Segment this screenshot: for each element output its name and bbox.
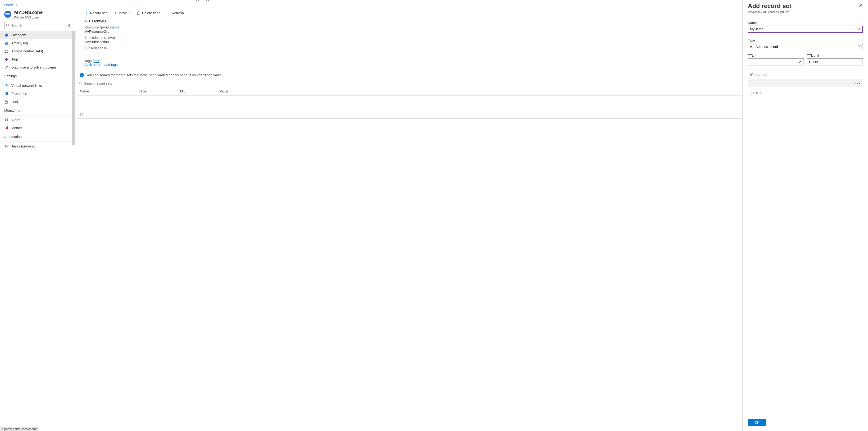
svg-line-29 bbox=[6, 146, 7, 147]
svg-rect-24 bbox=[7, 126, 8, 129]
wrench-icon bbox=[4, 65, 8, 69]
collapse-nav-button[interactable] bbox=[68, 24, 71, 27]
nav-heading-automation: Automation bbox=[0, 132, 76, 140]
resource-group-move-link[interactable]: move bbox=[111, 25, 119, 29]
ttl-label: TTL * bbox=[748, 54, 804, 57]
nav-label: Properties bbox=[11, 92, 27, 96]
tasks-icon bbox=[4, 144, 8, 148]
nav-heading-settings: Settings bbox=[0, 71, 76, 79]
essentials-heading: Essentials bbox=[89, 19, 106, 23]
add-tags-link[interactable]: Click here to add tags bbox=[84, 63, 118, 67]
nav-alerts[interactable]: Alerts bbox=[0, 116, 76, 124]
globe-icon bbox=[4, 33, 8, 37]
subscription-move-link[interactable]: move bbox=[105, 36, 114, 39]
add-record-set-blade: Add record set privatelink.azurehdinsigh… bbox=[742, 0, 868, 431]
svg-rect-21 bbox=[6, 120, 7, 121]
blade-subtitle: privatelink.azurehdinsight.net bbox=[748, 10, 792, 14]
nav-label: Activity log bbox=[11, 41, 28, 45]
header-name[interactable]: Name bbox=[77, 87, 136, 95]
more-icon[interactable]: ··· bbox=[215, 0, 218, 1]
toolbar-label: Refresh bbox=[172, 11, 184, 15]
nav-label: Metrics bbox=[11, 126, 23, 130]
divider bbox=[4, 115, 71, 116]
svg-rect-16 bbox=[6, 92, 7, 95]
nav-search-input[interactable] bbox=[4, 22, 66, 29]
svg-rect-22 bbox=[5, 128, 5, 129]
nav-diagnose[interactable]: Diagnose and solve problems bbox=[0, 63, 76, 71]
plus-icon bbox=[84, 11, 88, 15]
svg-line-39 bbox=[81, 84, 82, 85]
nav-label: Tasks (preview) bbox=[11, 144, 35, 148]
header-ttl[interactable]: TTL bbox=[177, 87, 217, 95]
log-icon bbox=[4, 41, 8, 45]
toolbar-label: Delete zone bbox=[142, 11, 160, 15]
resource-header-actions: ··· bbox=[196, 0, 218, 1]
info-text: You can search for record sets that have… bbox=[86, 73, 221, 77]
alerts-icon bbox=[4, 118, 8, 122]
arrow-right-icon bbox=[112, 11, 117, 15]
ttl-input[interactable] bbox=[748, 58, 804, 65]
refresh-icon bbox=[166, 11, 170, 15]
nav-label: Virtual network links bbox=[11, 84, 42, 88]
close-blade-button[interactable] bbox=[859, 2, 863, 7]
svg-line-1 bbox=[8, 26, 9, 27]
add-record-set-button[interactable]: Record set bbox=[84, 11, 106, 15]
tag-icon bbox=[4, 57, 8, 61]
nav-label: Diagnose and solve problems bbox=[11, 65, 57, 69]
ttl-unit-label: TTL unit bbox=[807, 54, 863, 57]
header-type[interactable]: Type bbox=[136, 87, 177, 95]
nav-overview[interactable]: Overview bbox=[0, 31, 76, 39]
svg-point-10 bbox=[7, 50, 8, 51]
nav-access-control[interactable]: Access control (IAM) bbox=[0, 47, 76, 55]
ip-address-input[interactable] bbox=[751, 90, 856, 96]
ttl-unit-select[interactable]: Hours bbox=[807, 58, 863, 65]
more-icon[interactable]: ••• bbox=[855, 81, 860, 85]
status-url: s.portal.azure.com/#home bbox=[0, 427, 39, 431]
svg-rect-25 bbox=[5, 145, 6, 146]
check-icon bbox=[798, 60, 802, 64]
people-icon bbox=[4, 49, 8, 53]
svg-rect-17 bbox=[7, 92, 8, 95]
toolbar-label: Move bbox=[119, 11, 127, 15]
nav-virtual-network-links[interactable]: Virtual network links bbox=[0, 82, 76, 90]
search-icon bbox=[79, 82, 82, 85]
type-label: Type bbox=[748, 38, 863, 42]
svg-rect-18 bbox=[5, 101, 8, 103]
nav-tasks[interactable]: Tasks (preview) bbox=[0, 142, 76, 150]
refresh-button[interactable]: Refresh bbox=[166, 11, 184, 15]
move-button[interactable]: Move bbox=[112, 11, 131, 15]
nav-metrics[interactable]: Metrics bbox=[0, 124, 76, 132]
svg-rect-23 bbox=[6, 127, 7, 129]
breadcrumb: Home bbox=[0, 0, 868, 8]
record-name-cell: @ bbox=[77, 110, 136, 118]
tags-edit-link[interactable]: edit bbox=[94, 59, 99, 63]
pin-icon[interactable] bbox=[196, 0, 200, 1]
breadcrumb-home[interactable]: Home bbox=[4, 3, 14, 7]
svg-rect-20 bbox=[6, 119, 7, 120]
nav-label: Alerts bbox=[11, 118, 20, 122]
nav-scrollbar[interactable] bbox=[72, 31, 75, 145]
divider bbox=[4, 81, 71, 81]
nav-properties[interactable]: Properties bbox=[0, 90, 76, 98]
ok-button[interactable]: OK bbox=[748, 419, 766, 426]
nav-heading-monitoring: Monitoring bbox=[0, 106, 76, 113]
properties-icon bbox=[4, 92, 8, 96]
chevron-up-icon bbox=[84, 20, 87, 22]
nav-tags[interactable]: Tags bbox=[0, 55, 76, 63]
chevron-down-icon bbox=[129, 12, 131, 14]
nav-locks[interactable]: Locks bbox=[0, 98, 76, 106]
type-select[interactable]: A – Address record bbox=[748, 43, 863, 50]
delete-zone-button[interactable]: Delete zone bbox=[137, 11, 160, 15]
svg-point-13 bbox=[7, 85, 8, 86]
name-input[interactable] bbox=[748, 26, 863, 33]
chevron-right-icon bbox=[16, 4, 18, 6]
network-icon bbox=[4, 84, 8, 88]
nav-activity-log[interactable]: Activity log bbox=[0, 39, 76, 47]
search-icon bbox=[6, 24, 9, 27]
svg-point-11 bbox=[5, 58, 6, 59]
svg-rect-26 bbox=[5, 147, 6, 148]
star-icon[interactable] bbox=[205, 0, 210, 1]
name-label: Name bbox=[748, 21, 863, 25]
svg-rect-33 bbox=[137, 12, 140, 15]
resource-header: DNS MYDNSZone Private DNS zone bbox=[0, 8, 76, 21]
